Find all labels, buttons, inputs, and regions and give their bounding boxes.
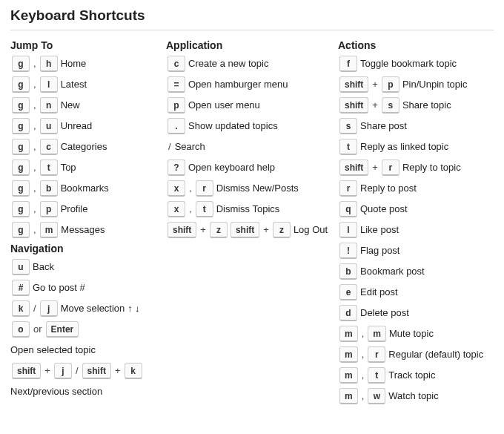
shortcut-label: Messages — [61, 222, 105, 238]
keycap: = — [168, 76, 185, 93]
shortcut-label: Back — [33, 259, 54, 275]
shortcut-row: x,tDismiss Topics — [166, 201, 331, 217]
key-separator: / — [33, 300, 36, 317]
shortcut-label: Pin/Unpin topic — [402, 76, 467, 93]
keycap: m — [339, 346, 358, 363]
keycap: b — [40, 180, 58, 197]
keycap: l — [40, 76, 58, 93]
shortcut-label: Flag post — [360, 243, 399, 259]
keycap: m — [368, 326, 386, 342]
shortcut-label: Reply to post — [360, 180, 417, 197]
key-separator: or — [33, 321, 42, 338]
page-title: Keyboard Shortcuts — [10, 7, 494, 24]
shortcut-label: New — [61, 97, 80, 114]
section-list-jump: g,hHomeg,lLatestg,nNewg,uUnreadg,cCatego… — [10, 56, 159, 238]
keycap: x — [168, 180, 185, 197]
keycap: z — [210, 222, 228, 238]
keycap: s — [382, 97, 399, 114]
keycap: m — [339, 326, 358, 342]
keycap: ? — [168, 160, 185, 176]
section-list-nav: uBack#Go to post #k/jMove selection ↑ ↓o… — [10, 259, 159, 400]
keycap: . — [168, 118, 185, 134]
shortcut-label: Latest — [61, 76, 87, 93]
keycap: x — [168, 201, 185, 217]
section-heading-nav: Navigation — [10, 243, 159, 254]
shortcut-label: Quote post — [360, 201, 408, 217]
shortcut-row: m,rRegular (default) topic — [338, 346, 492, 363]
shortcut-label: Next/previous section — [10, 384, 159, 400]
key-separator: , — [362, 367, 365, 384]
shortcut-label: Top — [61, 160, 76, 176]
keycap: r — [368, 346, 385, 363]
keycap: p — [168, 97, 185, 114]
key-separator: , — [362, 326, 365, 342]
keycap: shift — [82, 363, 111, 379]
keycap: t — [368, 367, 385, 384]
keycap: shift — [339, 160, 368, 176]
shortcut-label: Dismiss New/Posts — [216, 180, 299, 197]
keycap: u — [40, 118, 58, 134]
shortcut-row: eEdit post — [338, 284, 492, 300]
keycap: l — [339, 222, 357, 238]
keycap: c — [168, 56, 185, 72]
shortcut-label: Toggle bookmark topic — [360, 56, 457, 72]
shortcut-label: Categories — [61, 139, 107, 155]
keycap: m — [339, 388, 358, 404]
shortcut-label: Track topic — [388, 367, 435, 384]
key-separator: , — [189, 180, 192, 197]
shortcut-row: shift+sShare topic — [338, 97, 492, 114]
section-list-app: cCreate a new topic=Open hamburger menup… — [166, 56, 331, 238]
keycap: shift — [231, 222, 259, 238]
keycap: j — [54, 363, 72, 379]
shortcut-row: g,tTop — [10, 160, 159, 176]
key-separator: + — [372, 97, 378, 114]
keycap: e — [339, 284, 357, 300]
key-separator: , — [33, 139, 36, 155]
keycap: j — [40, 300, 58, 317]
key-separator: + — [372, 76, 378, 93]
key-separator: , — [362, 346, 365, 363]
key-separator: + — [44, 363, 50, 379]
keycap: u — [12, 259, 30, 275]
key-separator: , — [33, 76, 36, 93]
shortcut-label: Bookmarks — [61, 180, 109, 197]
shortcut-label: Edit post — [360, 284, 398, 300]
section-heading-app: Application — [166, 39, 331, 51]
keycap: p — [382, 76, 399, 93]
shortcut-label: Regular (default) topic — [388, 346, 483, 363]
shortcut-row: fToggle bookmark topic — [338, 56, 492, 72]
key-separator: + — [372, 160, 378, 176]
shortcut-row: shift+zshift+zLog Out — [166, 222, 331, 238]
shortcut-row: g,hHome — [10, 56, 159, 72]
keycap: k — [125, 363, 142, 379]
key-separator: + — [200, 222, 206, 238]
shortcut-row: bBookmark post — [338, 263, 492, 280]
column-actions: Actions fToggle bookmark topicshift+pPin… — [338, 38, 492, 409]
shortcut-row: g,lLatest — [10, 76, 159, 93]
keycap: f — [339, 56, 357, 72]
shortcut-label: Home — [61, 56, 87, 72]
keycap: t — [196, 201, 213, 217]
shortcut-label: Open user menu — [188, 97, 260, 114]
shortcut-row: pOpen user menu — [166, 97, 331, 114]
shortcut-label: Delete post — [360, 305, 409, 321]
shortcut-row: cCreate a new topic — [166, 56, 331, 72]
shortcut-label: Reply as linked topic — [360, 139, 448, 155]
key-separator: , — [33, 56, 36, 72]
shortcut-row: x,rDismiss New/Posts — [166, 180, 331, 197]
column-jump-nav: Jump To g,hHomeg,lLatestg,nNewg,uUnreadg… — [10, 38, 159, 409]
shortcut-row: m,mMute topic — [338, 326, 492, 342]
shortcut-row: #Go to post # — [10, 280, 159, 296]
keycap: b — [339, 263, 357, 280]
shortcut-row: g,uUnread — [10, 118, 159, 134]
shortcut-row: g,cCategories — [10, 139, 159, 155]
shortcut-row: rReply to post — [338, 180, 492, 197]
key-separator: , — [33, 201, 36, 217]
keycap: k — [12, 300, 30, 317]
keycap: g — [12, 201, 30, 217]
shortcut-label: Log Out — [294, 222, 328, 238]
keycap: t — [339, 139, 357, 155]
shortcut-row: m,wWatch topic — [338, 388, 492, 404]
keycap: w — [368, 388, 385, 404]
keycap: m — [40, 222, 59, 238]
